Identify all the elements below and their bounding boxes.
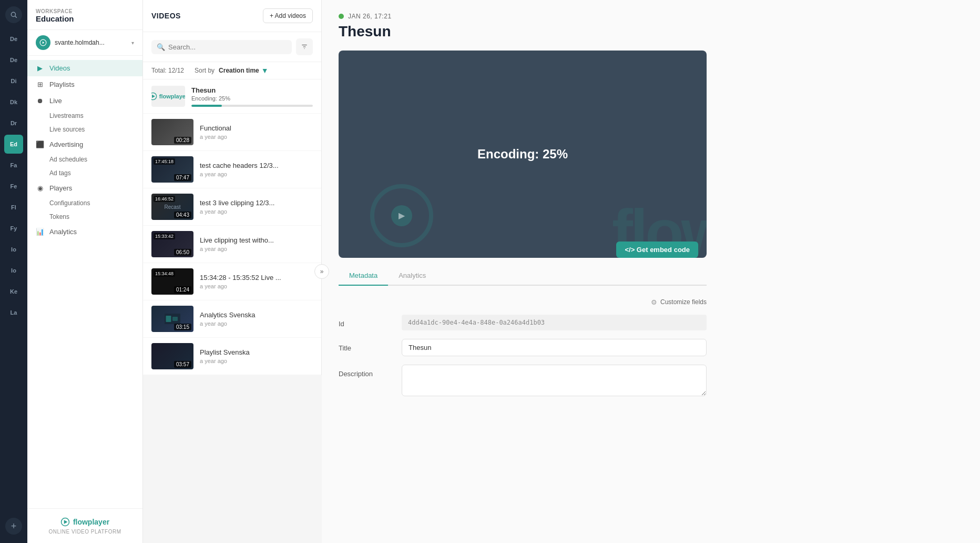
main-content: VIDEOS + Add videos 🔍 Total: 12/12: [143, 0, 980, 543]
video-age: a year ago: [200, 171, 313, 177]
video-name: Functional: [200, 124, 313, 132]
field-input-description[interactable]: [402, 365, 707, 396]
sort-field[interactable]: Creation time: [219, 67, 259, 74]
rail-icon-fe[interactable]: Fe: [4, 177, 23, 196]
sidebar-item-advertising[interactable]: ⬛ Advertising: [27, 136, 142, 153]
svg-rect-12: [166, 316, 171, 322]
svg-point-0: [11, 12, 15, 16]
user-row[interactable]: svante.holmdah... ▾: [27, 30, 142, 56]
rail-icon-fy[interactable]: Fy: [4, 219, 23, 238]
video-item-encoding[interactable]: flowplayer Thesun Encoding: 25%: [143, 79, 321, 114]
filter-button[interactable]: [296, 38, 313, 55]
workspace-name: Education: [36, 14, 134, 23]
encoding-bar: [191, 105, 313, 107]
rail-icon-dr[interactable]: Dr: [4, 114, 23, 133]
video-age: a year ago: [200, 358, 313, 364]
rail-icon-io2[interactable]: Io: [4, 261, 23, 280]
analytics-icon: 📊: [36, 228, 44, 236]
rail-icon-dk[interactable]: Dk: [4, 93, 23, 112]
sidebar-item-ad-tags[interactable]: Ad tags: [27, 166, 142, 180]
rail-icon-di[interactable]: Di: [4, 72, 23, 91]
video-name: Playlist Svenska: [200, 348, 313, 356]
detail-title: Thesun: [339, 23, 963, 40]
sidebar-item-analytics[interactable]: 📊 Analytics: [27, 224, 142, 240]
rail-icon-ed[interactable]: Ed: [4, 135, 23, 154]
sidebar-item-configurations[interactable]: Configurations: [27, 196, 142, 210]
sidebar-item-advertising-label: Advertising: [49, 140, 83, 148]
list-item[interactable]: 00:28 Functional a year ago: [143, 114, 321, 151]
tab-analytics[interactable]: Analytics: [388, 266, 436, 286]
encoding-info: Thesun Encoding: 25%: [191, 86, 313, 107]
video-info: test 3 live clipping 12/3... a year ago: [200, 199, 313, 215]
field-label-description: Description: [339, 365, 391, 378]
field-input-title[interactable]: [402, 339, 707, 356]
preview-encoding-text: Encoding: 25%: [477, 147, 568, 162]
video-duration: 01:24: [174, 286, 191, 293]
sidebar-item-live-sources[interactable]: Live sources: [27, 123, 142, 136]
search-input[interactable]: [168, 43, 287, 51]
sidebar-item-livestreams[interactable]: Livestreams: [27, 109, 142, 123]
rail-icon-la[interactable]: La: [4, 303, 23, 322]
video-time-overlay: 15:34:48: [154, 270, 175, 277]
list-item[interactable]: 17:45:18 07:47 test cache headers 12/3..…: [143, 151, 321, 188]
video-thumbnail: 15:33:42 06:50: [151, 231, 193, 257]
add-videos-button[interactable]: + Add videos: [263, 8, 313, 23]
customize-fields-row[interactable]: ⚙ Customize fields: [339, 298, 707, 306]
search-rail-button[interactable]: [5, 6, 22, 23]
nav-section-main: ▶ Videos ⊞ Playlists ⏺ Live Livestreams …: [27, 56, 142, 244]
rail-bottom: +: [5, 518, 22, 535]
user-chevron-icon: ▾: [131, 40, 134, 46]
video-time-overlay: 15:33:42: [154, 233, 175, 239]
sidebar-item-analytics-label: Analytics: [49, 228, 77, 236]
video-duration: 00:28: [174, 137, 191, 144]
video-age: a year ago: [200, 320, 313, 327]
list-item[interactable]: 15:34:48 01:24 15:34:28 - 15:35:52 Live …: [143, 263, 321, 300]
sort-direction-icon[interactable]: ▼: [261, 66, 269, 75]
field-row-id: Id 4dd4a1dc-90e4-4e4a-848e-0a246a4d1b03: [339, 315, 707, 330]
video-age: a year ago: [200, 134, 313, 140]
sidebar-item-ad-schedules[interactable]: Ad schedules: [27, 153, 142, 166]
rail-icon-de1[interactable]: De: [4, 29, 23, 48]
sidebar-item-players[interactable]: ◉ Players: [27, 180, 142, 196]
customize-fields-label: Customize fields: [660, 298, 707, 306]
collapse-panel-button[interactable]: »: [314, 264, 329, 279]
field-label-title: Title: [339, 339, 391, 352]
video-duration: 03:15: [174, 324, 191, 330]
video-panel-wrap: VIDEOS + Add videos 🔍 Total: 12/12: [143, 0, 322, 543]
list-item[interactable]: 03:15 Analytics Svenska a year ago: [143, 300, 321, 338]
video-info: Analytics Svenska a year ago: [200, 311, 313, 327]
sidebar-item-videos[interactable]: ▶ Videos: [27, 60, 142, 76]
add-workspace-button[interactable]: +: [5, 518, 22, 535]
detail-panel: JAN 26, 17:21 Thesun ▶ Encoding: 25% flo…: [322, 0, 980, 543]
svg-line-1: [15, 16, 17, 18]
rail-icon-io1[interactable]: Io: [4, 240, 23, 259]
flowplayer-logo: flowplayer: [60, 517, 109, 527]
rail-icon-ke[interactable]: Ke: [4, 282, 23, 301]
sidebar-footer: flowplayer ONLINE VIDEO PLATFORM: [27, 508, 142, 543]
avatar: [36, 35, 50, 50]
sidebar: WORKSPACE Education svante.holmdah... ▾ …: [27, 0, 143, 543]
list-item[interactable]: 03:57 Playlist Svenska a year ago: [143, 338, 321, 375]
rail-icon-fl[interactable]: Fl: [4, 198, 23, 217]
video-preview: ▶ Encoding: 25% flow: [339, 51, 707, 258]
get-embed-code-button[interactable]: </> Get embed code: [616, 242, 698, 258]
status-date: JAN 26, 17:21: [348, 13, 392, 20]
list-item[interactable]: Recast 16:46:52 04:43 test 3 live clippi…: [143, 188, 321, 226]
sidebar-item-tokens[interactable]: Tokens: [27, 210, 142, 224]
sidebar-item-live[interactable]: ⏺ Live: [27, 93, 142, 109]
video-panel: VIDEOS + Add videos 🔍 Total: 12/12: [143, 0, 322, 375]
field-value-id: 4dd4a1dc-90e4-4e4a-848e-0a246a4d1b03: [402, 315, 707, 330]
rail-icon-fa[interactable]: Fa: [4, 156, 23, 175]
video-info: Functional a year ago: [200, 124, 313, 140]
list-item[interactable]: 15:33:42 06:50 Live clipping test witho.…: [143, 226, 321, 263]
sidebar-item-playlists[interactable]: ⊞ Playlists: [27, 76, 142, 93]
rail-icon-de2[interactable]: De: [4, 51, 23, 69]
video-thumbnail: 15:34:48 01:24: [151, 268, 193, 295]
field-row-description: Description: [339, 365, 707, 396]
video-time-overlay: 17:45:18: [154, 158, 175, 165]
tab-metadata[interactable]: Metadata: [339, 266, 388, 286]
video-thumbnail: 03:57: [151, 343, 193, 369]
advertising-icon: ⬛: [36, 140, 44, 148]
gear-icon: ⚙: [651, 298, 657, 306]
encoding-status-text: Encoding: 25%: [191, 95, 313, 102]
